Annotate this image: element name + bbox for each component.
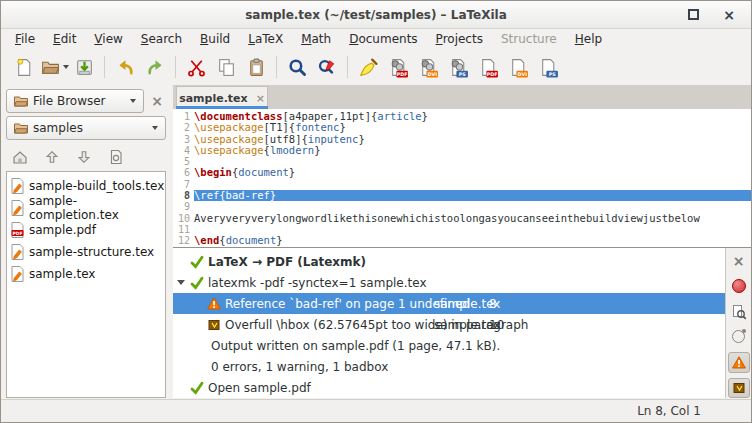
build-to-ps-button[interactable]: PS (443, 53, 473, 81)
close-build-view-button[interactable]: × (728, 251, 750, 271)
menu-build[interactable]: Build (191, 30, 239, 48)
line-number: 12 (173, 235, 194, 246)
parent-directory-button[interactable] (41, 147, 63, 167)
show-badboxes-button[interactable] (728, 378, 750, 398)
build-message-row[interactable]: LaTeX → PDF (Latexmk) (173, 251, 725, 272)
pdf-file-icon: PDF (11, 222, 24, 238)
toolbar-separator (276, 56, 277, 78)
build-to-dvi-button[interactable]: DVI (413, 53, 443, 81)
view-ps-button[interactable]: PS (533, 53, 563, 81)
file-name: sample-build_tools.tex (29, 179, 164, 193)
side-panel-header: File Browser × (6, 89, 166, 113)
save-document-button[interactable] (69, 53, 99, 81)
build-message-row[interactable]: Reference `bad-ref' on page 1 undefineds… (173, 293, 725, 314)
editor-line[interactable]: 12\end{document} (173, 235, 751, 246)
menu-projects[interactable]: Projects (427, 30, 492, 48)
tex-file-icon (11, 266, 24, 282)
parent-directory-icon (44, 149, 60, 165)
menu-view[interactable]: View (85, 30, 131, 48)
menu-math[interactable]: Math (292, 30, 340, 48)
refresh-button[interactable] (105, 147, 127, 167)
undo-button[interactable] (110, 53, 140, 81)
menu-file[interactable]: File (6, 30, 44, 48)
menu-structure[interactable]: Structure (492, 30, 566, 48)
open-document-button[interactable] (39, 53, 69, 81)
maximize-icon[interactable] (688, 9, 699, 20)
code-editor[interactable]: 1\documentclass[a4paper,11pt]{article}2\… (173, 109, 751, 249)
clean-build-files-button[interactable] (353, 53, 383, 81)
build-message-row[interactable]: Output written on sample.pdf (1 page, 47… (173, 335, 725, 356)
main-area: sample.tex × 1\documentclass[a4paper,11p… (173, 85, 751, 398)
toolbar-separator (347, 56, 348, 78)
menubar: FileEditViewSearchBuildLaTeXMathDocument… (1, 29, 751, 49)
line-text: \begin{document} (194, 167, 751, 178)
tab-bar: sample.tex × (173, 85, 751, 109)
file-list[interactable]: sample-build_tools.texsample-completion.… (6, 171, 166, 398)
abort-execution-button[interactable] (728, 276, 750, 296)
tab-close-icon[interactable]: × (256, 92, 265, 105)
titlebar[interactable]: sample.tex (~/test/samples) – LaTeXila × (1, 1, 751, 29)
cursor-position: Ln 8, Col 1 (637, 404, 701, 418)
build-view-toolbar: × (725, 248, 751, 398)
tab-sample-tex[interactable]: sample.tex × (176, 86, 268, 109)
view-pdf-button[interactable]: PDF (473, 53, 503, 81)
editor-line[interactable]: 4\usepackage{lmodern} (173, 145, 751, 156)
line-text: \usepackage{lmodern} (194, 145, 751, 156)
cut-button[interactable] (181, 53, 211, 81)
build-view: LaTeX → PDF (Latexmk)latexmk -pdf -synct… (173, 247, 751, 398)
home-button[interactable] (9, 147, 31, 167)
new-document-button[interactable] (9, 53, 39, 81)
paste-button[interactable] (241, 53, 271, 81)
broom-icon (358, 57, 379, 78)
show-warnings-button[interactable] (728, 352, 750, 372)
chevron-down-icon (63, 65, 69, 69)
expander-icon[interactable] (177, 280, 190, 285)
file-item[interactable]: sample.tex (7, 263, 165, 285)
file-item[interactable]: PDFsample.pdf (7, 219, 165, 241)
view-ps-icon: PS (538, 57, 559, 78)
build-to-pdf-button[interactable]: PDF (383, 53, 413, 81)
home-icon (11, 149, 29, 165)
menu-edit[interactable]: Edit (44, 30, 85, 48)
menu-documents[interactable]: Documents (340, 30, 426, 48)
editor-line[interactable]: 8\ref{bad-ref} (173, 190, 751, 201)
build-message-row[interactable]: latexmk -pdf -synctex=1 sample.tex (173, 272, 725, 293)
file-browser-nav (9, 147, 166, 167)
line-number: 7 (173, 179, 194, 190)
close-side-panel-button[interactable]: × (148, 92, 166, 110)
redo-button[interactable] (140, 53, 170, 81)
show-errors-button[interactable] (728, 327, 750, 347)
build-message-row[interactable]: Overfull \hbox (62.57645pt too wide) in … (173, 314, 725, 335)
copy-icon (216, 57, 237, 78)
build-message-row[interactable]: 0 errors, 1 warning, 1 badbox (173, 356, 725, 377)
menu-search[interactable]: Search (132, 30, 191, 48)
file-item[interactable]: sample-structure.tex (7, 241, 165, 263)
menu-latex[interactable]: LaTeX (239, 30, 292, 48)
line-number: 1 (173, 111, 194, 122)
find-button[interactable] (282, 53, 312, 81)
jump-to-document-directory-button[interactable] (73, 147, 95, 167)
file-name: sample.pdf (29, 223, 96, 237)
editor-line[interactable]: 10Averyveryverylongwordlikethisonewhichi… (173, 213, 751, 224)
file-name: sample.tex (29, 267, 95, 281)
cut-icon (186, 57, 207, 78)
menu-help[interactable]: Help (566, 30, 611, 48)
view-dvi-button[interactable]: DVI (503, 53, 533, 81)
selected-line-text: \ref{bad-ref} (194, 190, 751, 201)
directory-selector[interactable]: samples (6, 116, 166, 140)
line-number: 11 (173, 224, 194, 235)
find-and-replace-button[interactable] (312, 53, 342, 81)
badbox-icon (733, 382, 745, 394)
side-panel-selector[interactable]: File Browser (6, 89, 144, 113)
tex-file-icon (11, 244, 24, 260)
editor-line[interactable]: 6\begin{document} (173, 167, 751, 178)
file-item[interactable]: sample-completion.tex (7, 197, 165, 219)
check-icon (190, 255, 204, 269)
copy-button[interactable] (211, 53, 241, 81)
find-icon (287, 57, 308, 78)
build-message-row[interactable]: Open sample.pdf (173, 377, 725, 398)
details-icon (731, 304, 747, 320)
show-details-button[interactable] (728, 302, 750, 322)
close-icon[interactable]: × (723, 10, 735, 20)
svg-text:PDF: PDF (486, 72, 497, 77)
